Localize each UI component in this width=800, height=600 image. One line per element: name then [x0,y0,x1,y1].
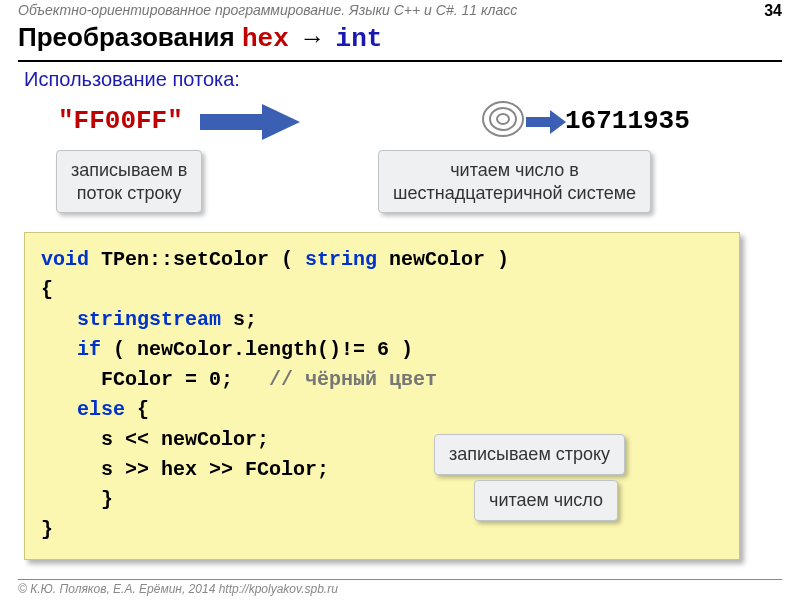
title-hex: hex [242,24,289,54]
code-text: s; [221,308,257,331]
code-text: newColor ) [377,248,509,271]
callout-read-hex: читаем число в шестнадцатеричной системе [378,150,651,213]
code-comment: // чёрный цвет [269,368,437,391]
code-text: } [41,488,113,511]
page-title: Преобразования hex → int [18,22,382,54]
kw-if: if [41,338,101,361]
kw-stringstream: stringstream [41,308,221,331]
course-header: Объектно-ориентированное программировани… [18,2,517,18]
page-number: 34 [764,2,782,20]
svg-marker-1 [262,104,300,140]
callout-read-number: читаем число [474,480,618,521]
code-block: void TPen::setColor ( string newColor ) … [24,232,740,560]
spiral-icon [478,98,528,144]
code-text: { [41,278,53,301]
svg-marker-6 [550,110,566,134]
code-text: FColor = 0; [41,368,269,391]
code-text: s >> hex >> FColor; [41,458,329,481]
subtitle: Использование потока: [24,68,240,91]
title-arrow: → [289,24,336,54]
int-literal: 16711935 [565,106,690,136]
svg-rect-0 [200,114,262,130]
svg-point-3 [490,108,516,130]
svg-point-4 [497,114,509,124]
arrow-1-icon [200,104,300,140]
title-prefix: Преобразования [18,22,242,52]
code-text: s << newColor; [41,428,269,451]
code-text: } [41,518,53,541]
hex-literal: "FF00FF" [58,106,183,136]
footer: © К.Ю. Поляков, Е.А. Ерёмин, 2014 http:/… [18,579,782,596]
code-text: TPen::setColor ( [89,248,305,271]
code-text: { [125,398,149,421]
slide: Объектно-ориентированное программировани… [0,0,800,600]
title-divider [18,60,782,62]
title-int: int [336,24,383,54]
callout-write-stream: записываем в поток строку [56,150,202,213]
svg-rect-5 [526,117,550,127]
kw-else: else [41,398,125,421]
callout-write-string: записываем строку [434,434,625,475]
kw-string: string [305,248,377,271]
code-text: ( newColor.length()!= 6 ) [101,338,413,361]
kw-void: void [41,248,89,271]
arrow-2-icon [526,110,566,134]
